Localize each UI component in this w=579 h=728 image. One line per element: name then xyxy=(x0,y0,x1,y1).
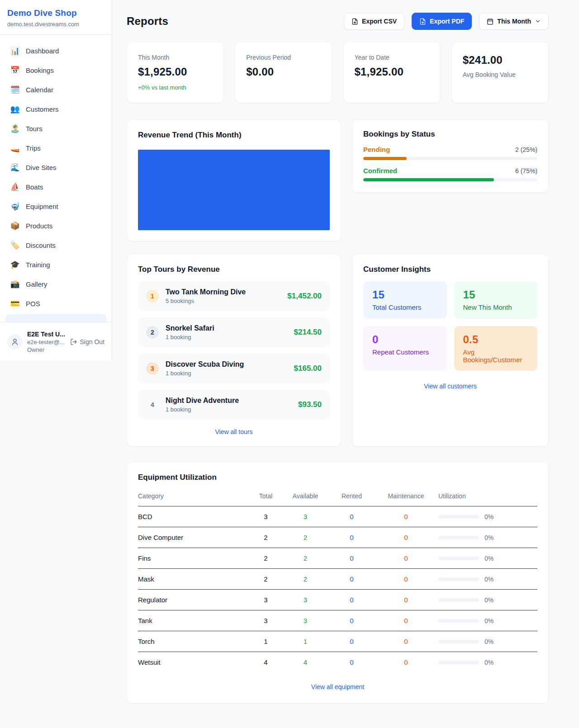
sidebar-item-label: Dive Sites xyxy=(26,164,57,171)
stat-card-previous-period: Previous Period $0.00 xyxy=(235,42,332,103)
progress-bar xyxy=(363,157,537,160)
stats-row: This Month $1,925.00 +0% vs last month P… xyxy=(127,42,549,103)
tile-new-this-month: 15 New This Month xyxy=(454,281,538,319)
cell-total: 3 xyxy=(249,506,283,527)
customers-icon: 👥 xyxy=(10,105,20,113)
sidebar-item-pos[interactable]: 💳 POS xyxy=(5,294,106,313)
cell-utilization: 0% xyxy=(484,555,494,562)
sidebar-item-training[interactable]: 🎓 Training xyxy=(5,255,106,274)
cell-total: 1 xyxy=(249,631,283,652)
column-header: Category xyxy=(138,488,249,506)
sidebar-item-dashboard[interactable]: 📊 Dashboard xyxy=(5,41,106,61)
tour-bookings: 5 bookings xyxy=(166,298,246,304)
sidebar-item-gallery[interactable]: 📸 Gallery xyxy=(5,274,106,294)
table-row: Wetsuit 4 4 0 0 0% xyxy=(138,652,537,673)
customer-insights-card: Customer Insights 15 Total Customers 15 … xyxy=(352,254,549,447)
sidebar-item-label: Dashboard xyxy=(26,47,59,55)
header-actions: Export CSV Export PDF This Month xyxy=(344,13,549,30)
status-label: Confirmed xyxy=(363,167,397,175)
cell-total: 3 xyxy=(249,610,283,631)
column-header: Utilization xyxy=(437,488,537,506)
tile-value: 0 xyxy=(372,333,438,346)
cell-available: 2 xyxy=(283,569,328,590)
cell-maintenance: 0 xyxy=(375,506,437,527)
logout-icon xyxy=(70,338,77,345)
tile-label: New This Month xyxy=(463,303,529,311)
column-header: Maintenance xyxy=(375,488,437,506)
sign-out-button[interactable]: Sign Out xyxy=(70,338,104,345)
table-row: BCD 3 3 0 0 0% xyxy=(138,506,537,527)
utilization-bar xyxy=(438,619,479,623)
sidebar-item-trips[interactable]: 🚤 Trips xyxy=(5,138,106,158)
column-header: Rented xyxy=(328,488,375,506)
table-row: Regulator 3 3 0 0 0% xyxy=(138,590,537,610)
view-all-tours-link[interactable]: View all tours xyxy=(138,428,330,435)
status-count: 6 (75%) xyxy=(515,167,537,175)
export-pdf-button[interactable]: Export PDF xyxy=(412,13,472,30)
cell-available: 2 xyxy=(283,527,328,548)
stat-value: $1,925.00 xyxy=(355,66,429,78)
sidebar-item-products[interactable]: 📦 Products xyxy=(5,216,106,236)
column-header: Total xyxy=(249,488,283,506)
calendar-icon: 🗓️ xyxy=(10,86,20,94)
sidebar-item-discounts[interactable]: 🏷️ Discounts xyxy=(5,236,106,255)
insight-tiles: 15 Total Customers 15 New This Month 0 R… xyxy=(363,281,537,371)
equipment-utilization-card: Equipment Utilization Category Total Ava… xyxy=(127,462,549,704)
tour-name: Night Dive Adventure xyxy=(166,397,239,405)
list-item: 4 Night Dive Adventure 1 booking $93.50 xyxy=(138,390,330,420)
export-csv-button[interactable]: Export CSV xyxy=(344,13,404,30)
cell-rented: 0 xyxy=(328,548,375,569)
user-name: E2E Test U... xyxy=(27,331,66,338)
customer-insights-title: Customer Insights xyxy=(363,265,537,274)
period-dropdown[interactable]: This Month xyxy=(479,13,549,30)
sidebar-item-dive-sites[interactable]: 🌊 Dive Sites xyxy=(5,158,106,177)
list-item: 3 Discover Scuba Diving 1 booking $165.0… xyxy=(138,354,330,383)
cell-category: Wetsuit xyxy=(138,652,249,673)
products-icon: 📦 xyxy=(10,222,20,230)
tile-value: 15 xyxy=(463,288,529,301)
brand: Demo Dive Shop demo.test.divestreams.com xyxy=(0,0,112,35)
cell-available: 3 xyxy=(283,506,328,527)
progress-fill xyxy=(363,157,407,160)
utilization-bar xyxy=(438,536,479,539)
training-icon: 🎓 xyxy=(10,261,20,269)
sidebar-item-tours[interactable]: 🏝️ Tours xyxy=(5,119,106,138)
table-row: Fins 2 2 0 0 0% xyxy=(138,548,537,569)
page-title: Reports xyxy=(127,15,168,28)
utilization-bar xyxy=(438,557,479,560)
utilization-bar xyxy=(438,640,479,643)
top-tours-list: 1 Two Tank Morning Dive 5 bookings $1,45… xyxy=(138,281,330,420)
stat-label: Year to Date xyxy=(355,54,429,61)
sidebar-item-boats[interactable]: ⛵ Boats xyxy=(5,177,106,197)
revenue-trend-title: Revenue Trend (This Month) xyxy=(138,131,330,140)
file-download-icon xyxy=(351,18,358,25)
tour-amount: $214.50 xyxy=(294,328,322,337)
sidebar-item-customers[interactable]: 👥 Customers xyxy=(5,99,106,119)
sidebar: Demo Dive Shop demo.test.divestreams.com… xyxy=(0,0,112,361)
list-item: 1 Two Tank Morning Dive 5 bookings $1,45… xyxy=(138,281,330,311)
cell-category: Fins xyxy=(138,548,249,569)
sidebar-item-equipment[interactable]: 🤿 Equipment xyxy=(5,197,106,216)
tile-repeat-customers: 0 Repeat Customers xyxy=(363,326,447,371)
cell-rented: 0 xyxy=(328,590,375,610)
rank-badge: 2 xyxy=(146,326,159,339)
tour-amount: $93.50 xyxy=(298,400,322,409)
cell-total: 2 xyxy=(249,569,283,590)
stat-card-avg-booking-value: $241.00 Avg Booking Value xyxy=(451,42,549,103)
charts-row: Revenue Trend (This Month) Bookings by S… xyxy=(127,119,549,241)
dive-sites-icon: 🌊 xyxy=(10,164,20,171)
sidebar-item-bookings[interactable]: 📅 Bookings xyxy=(5,61,106,80)
sidebar-item-label: Training xyxy=(26,261,50,269)
equipment-icon: 🤿 xyxy=(10,203,20,210)
progress-fill xyxy=(363,178,494,181)
cell-rented: 0 xyxy=(328,631,375,652)
view-all-customers-link[interactable]: View all customers xyxy=(363,383,537,390)
stat-label: This Month xyxy=(138,54,213,61)
cell-utilization: 0% xyxy=(484,638,494,645)
sidebar-item-calendar[interactable]: 🗓️ Calendar xyxy=(5,80,106,99)
bookings-icon: 📅 xyxy=(10,66,20,74)
cell-utilization: 0% xyxy=(484,576,494,583)
utilization-bar xyxy=(438,661,479,664)
view-all-equipment-link[interactable]: View all equipment xyxy=(138,683,537,690)
cell-maintenance: 0 xyxy=(375,569,437,590)
